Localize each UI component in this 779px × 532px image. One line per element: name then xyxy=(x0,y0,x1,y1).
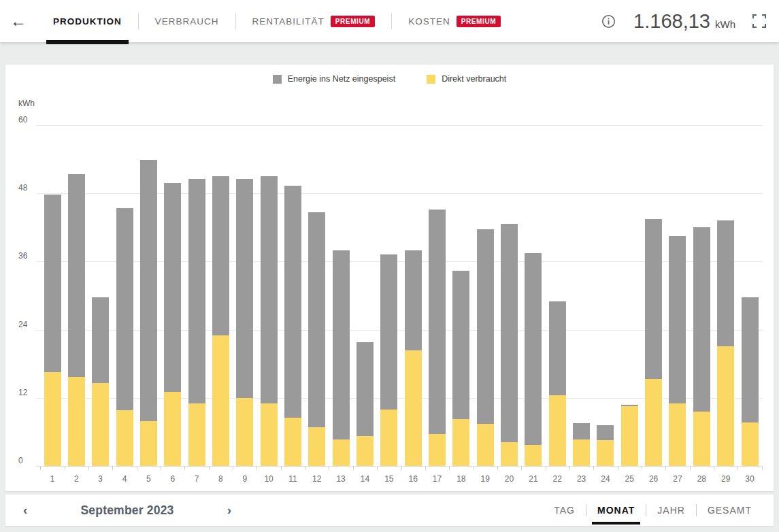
bar-day-2-feedin[interactable] xyxy=(68,174,85,377)
bar-day-9-feedin[interactable] xyxy=(236,179,253,397)
tab-produktion[interactable]: PRODUKTION xyxy=(37,0,138,42)
x-tick-label: 26 xyxy=(642,474,665,484)
bar-day-14-direct[interactable] xyxy=(357,436,374,466)
bar-day-2-direct[interactable] xyxy=(68,377,85,466)
bar-day-21-feedin[interactable] xyxy=(525,253,542,445)
bar-day-8-feedin[interactable] xyxy=(212,176,229,335)
production-bar-chart: 6048362412012345678910111213141516171819… xyxy=(5,65,774,491)
back-button[interactable]: ← xyxy=(0,12,37,31)
bar-day-17-direct[interactable] xyxy=(429,434,446,466)
bar-day-11-feedin[interactable] xyxy=(284,186,301,418)
bar-day-4-feedin[interactable] xyxy=(116,208,133,410)
bar-day-7-feedin[interactable] xyxy=(188,179,205,403)
x-axis-tick xyxy=(137,466,137,470)
bar-day-14-feedin[interactable] xyxy=(357,342,374,436)
footer-bar: ‹ September 2023 › TAGMONATJAHRGESAMT xyxy=(5,495,774,526)
y-tick-label: 12 xyxy=(18,388,42,397)
y-tick-label: 0 xyxy=(18,456,42,465)
bar-day-1-feedin[interactable] xyxy=(44,195,61,372)
bar-day-19-direct[interactable] xyxy=(477,424,494,466)
bar-day-13-feedin[interactable] xyxy=(333,250,350,439)
fullscreen-icon[interactable] xyxy=(752,14,767,29)
bar-day-16-direct[interactable] xyxy=(405,350,422,466)
x-tick-label: 20 xyxy=(497,474,521,484)
bar-day-18-feedin[interactable] xyxy=(452,271,469,419)
bar-day-28-direct[interactable] xyxy=(693,412,710,466)
bar-day-16-feedin[interactable] xyxy=(405,250,422,350)
bar-day-12-direct[interactable] xyxy=(308,427,325,466)
bar-day-28-feedin[interactable] xyxy=(693,227,710,412)
bar-day-27-direct[interactable] xyxy=(669,403,686,466)
info-icon[interactable] xyxy=(601,14,616,29)
x-axis-tick xyxy=(762,466,763,470)
bar-day-27-feedin[interactable] xyxy=(669,236,686,403)
bar-day-10-direct[interactable] xyxy=(261,403,278,466)
bar-day-10-feedin[interactable] xyxy=(261,176,278,403)
bar-day-5-direct[interactable] xyxy=(140,421,157,466)
tab-verbrauch[interactable]: VERBRAUCH xyxy=(139,0,235,42)
bar-day-29-feedin[interactable] xyxy=(717,220,734,346)
bar-day-26-direct[interactable] xyxy=(645,379,662,466)
bar-day-13-direct[interactable] xyxy=(333,439,350,466)
bar-day-23-direct[interactable] xyxy=(573,439,590,466)
bar-day-6-feedin[interactable] xyxy=(164,183,181,392)
bar-day-20-direct[interactable] xyxy=(501,442,518,466)
x-tick-label: 7 xyxy=(185,474,209,484)
bar-day-19-feedin[interactable] xyxy=(477,229,494,424)
x-tick-label: 16 xyxy=(401,474,425,484)
bar-day-15-direct[interactable] xyxy=(380,410,397,466)
bar-day-3-direct[interactable] xyxy=(92,383,109,466)
tab-kosten[interactable]: KOSTENPREMIUM xyxy=(392,0,517,42)
bar-day-5-feedin[interactable] xyxy=(140,160,157,421)
bar-day-9-direct[interactable] xyxy=(236,398,253,466)
chart-card: Energie ins Netz eingespeistDirekt verbr… xyxy=(5,65,774,491)
x-tick-label: 12 xyxy=(305,474,329,484)
bar-day-11-direct[interactable] xyxy=(284,418,301,466)
next-month-button[interactable]: › xyxy=(219,500,239,520)
bar-day-21-direct[interactable] xyxy=(525,445,542,466)
bar-day-1-direct[interactable] xyxy=(44,372,61,466)
x-axis-tick xyxy=(642,466,642,470)
range-tab-tag[interactable]: TAG xyxy=(543,501,586,520)
bar-day-30-feedin[interactable] xyxy=(742,297,759,422)
x-tick-label: 14 xyxy=(353,474,377,484)
bar-day-6-direct[interactable] xyxy=(164,392,181,466)
x-tick-label: 17 xyxy=(425,474,449,484)
range-tab-jahr[interactable]: JAHR xyxy=(646,501,696,520)
range-tab-gesamt[interactable]: GESAMT xyxy=(697,501,763,520)
x-tick-label: 4 xyxy=(113,474,137,484)
range-tab-monat[interactable]: MONAT xyxy=(586,501,646,520)
bar-day-3-feedin[interactable] xyxy=(92,297,109,383)
bar-day-15-feedin[interactable] xyxy=(380,254,397,410)
bar-day-22-direct[interactable] xyxy=(549,395,566,466)
bar-day-8-direct[interactable] xyxy=(212,335,229,466)
y-tick-label: 36 xyxy=(18,251,42,261)
bar-day-23-feedin[interactable] xyxy=(573,423,590,439)
x-axis-tick xyxy=(474,466,474,470)
bar-day-26-feedin[interactable] xyxy=(645,219,662,379)
bar-day-4-direct[interactable] xyxy=(116,410,133,466)
bar-day-17-feedin[interactable] xyxy=(429,210,446,434)
bar-day-7-direct[interactable] xyxy=(188,403,205,466)
premium-badge: PREMIUM xyxy=(457,16,501,27)
prev-month-button[interactable]: ‹ xyxy=(15,500,35,520)
x-axis-tick xyxy=(401,466,402,470)
bar-day-22-feedin[interactable] xyxy=(549,301,566,395)
bar-day-24-feedin[interactable] xyxy=(597,425,614,441)
total-unit: kWh xyxy=(715,18,735,33)
bar-day-12-feedin[interactable] xyxy=(308,212,325,427)
x-tick-label: 3 xyxy=(88,474,112,484)
x-tick-label: 13 xyxy=(329,474,353,484)
bar-day-25-direct[interactable] xyxy=(621,406,638,466)
x-axis-tick xyxy=(112,466,113,470)
x-axis-tick xyxy=(593,466,594,470)
x-axis-tick xyxy=(65,466,65,470)
bar-day-20-feedin[interactable] xyxy=(501,224,518,442)
bar-day-30-direct[interactable] xyxy=(742,422,759,466)
bar-day-24-direct[interactable] xyxy=(597,440,614,466)
tab-rentabilitt[interactable]: RENTABILITÄTPREMIUM xyxy=(236,0,392,42)
bar-day-25-feedin[interactable] xyxy=(621,405,638,407)
x-axis-tick xyxy=(161,466,161,470)
bar-day-18-direct[interactable] xyxy=(452,419,469,466)
bar-day-29-direct[interactable] xyxy=(717,346,734,466)
